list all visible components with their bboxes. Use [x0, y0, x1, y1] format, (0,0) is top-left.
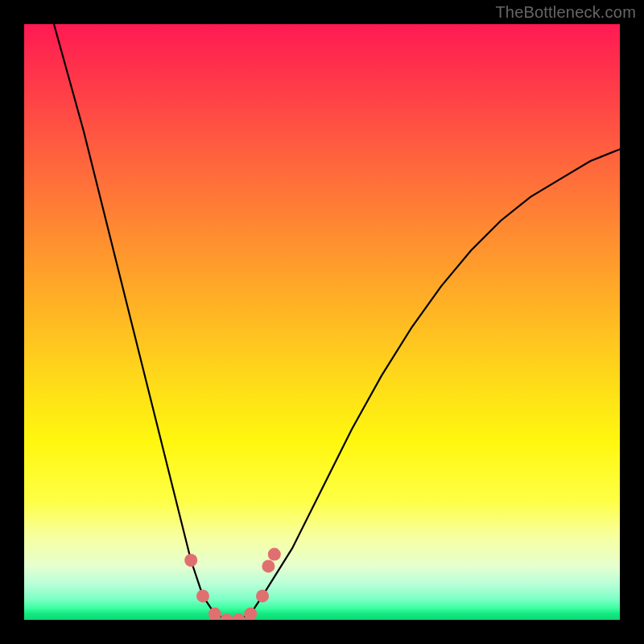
curve-marker	[184, 554, 197, 567]
plot-area	[24, 24, 620, 620]
curve-marker	[196, 589, 209, 602]
curve-marker	[208, 608, 221, 620]
curve-marker	[256, 589, 269, 602]
curve-marker	[232, 613, 245, 620]
bottleneck-curve	[54, 24, 620, 620]
curve-layer	[24, 24, 620, 620]
curve-marker	[244, 608, 257, 620]
watermark-text: TheBottleneck.com	[495, 3, 636, 22]
chart-frame: TheBottleneck.com	[0, 0, 644, 644]
curve-marker	[268, 548, 281, 561]
curve-marker	[262, 559, 275, 572]
curve-marker	[221, 613, 233, 620]
